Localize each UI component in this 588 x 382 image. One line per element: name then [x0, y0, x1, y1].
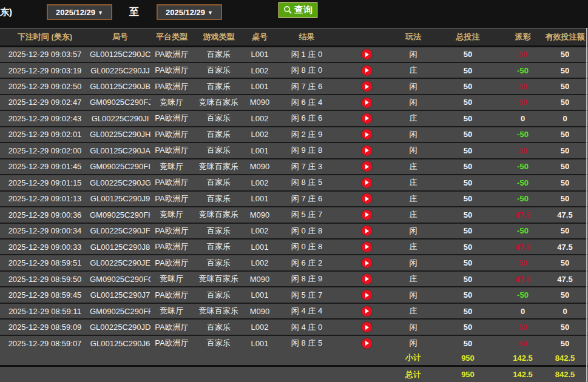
play-icon[interactable] — [362, 274, 372, 284]
cell-replay — [339, 142, 394, 158]
play-icon[interactable] — [362, 338, 372, 349]
bet-records-table: 下注时间 (美东) 局号 平台类型 游戏类型 桌号 结果 玩法 总投注 派彩 有… — [0, 28, 588, 382]
play-triangle-icon — [365, 293, 369, 298]
play-icon[interactable] — [362, 193, 372, 204]
play-triangle-icon — [365, 164, 369, 169]
cell-table-id: L001 — [245, 286, 275, 302]
play-icon[interactable] — [362, 65, 372, 76]
play-triangle-icon — [365, 148, 369, 153]
cell-round-id: GL00225C290JJ — [90, 62, 150, 78]
cell-bet-time: 2025-12-29 09:03:57 — [0, 47, 90, 62]
cell-game-type: 百家乐 — [193, 318, 245, 334]
cell-game-type: 百家乐 — [193, 110, 245, 126]
cell-replay — [339, 126, 394, 142]
cell-game-type: 百家乐 — [193, 174, 245, 190]
cell-game-type: 百家乐 — [193, 126, 245, 142]
cell-replay — [339, 62, 394, 78]
play-icon[interactable] — [362, 258, 372, 268]
cell-bet-side: 闲 — [394, 223, 432, 238]
table-row: 2025-12-29 09:02:47GM09025C290FJ竞咪厅竞咪百家乐… — [0, 94, 588, 110]
table-row: 2025-12-29 08:59:50GM09025C290FG竞咪厅竞咪百家乐… — [0, 270, 588, 286]
cell-payout: -50 — [504, 286, 542, 302]
total-payout: 142.5 — [504, 365, 542, 382]
cell-bet-side: 庄 — [394, 62, 432, 78]
cell-table-id: M090 — [245, 94, 275, 110]
cell-table-id: L002 — [245, 62, 275, 78]
play-icon[interactable] — [362, 49, 372, 59]
play-icon[interactable] — [362, 242, 372, 252]
header-valid-bet: 有效投注额 — [542, 28, 588, 47]
play-icon[interactable] — [362, 129, 372, 139]
cell-platform-type: PA欧洲厅 — [150, 62, 193, 78]
play-icon[interactable] — [362, 290, 372, 300]
subtotal-row: 小计 950 142.5 842.5 — [0, 350, 588, 365]
subtotal-valid-bet: 842.5 — [542, 350, 588, 365]
cell-round-id: GL00125C290J8 — [90, 238, 150, 254]
play-icon[interactable] — [362, 226, 372, 236]
cell-round-id: GM09025C290FI — [90, 158, 150, 174]
cell-bet-time: 2025-12-29 09:01:45 — [0, 158, 90, 174]
play-triangle-icon — [365, 261, 369, 266]
cell-platform-type: PA欧洲厅 — [150, 78, 193, 93]
cell-total-bet: 50 — [432, 142, 504, 158]
play-icon[interactable] — [362, 178, 372, 188]
cell-replay — [339, 110, 394, 126]
cell-payout: -50 — [504, 158, 542, 174]
cell-valid-bet: 50 — [542, 254, 588, 270]
cell-game-type: 百家乐 — [193, 142, 245, 158]
date-from-dropdown[interactable]: 2025/12/29▼ — [47, 4, 112, 20]
cell-table-id: L001 — [245, 238, 275, 254]
cell-platform-type: PA欧洲厅 — [150, 335, 193, 351]
cell-total-bet: 50 — [432, 126, 504, 142]
play-triangle-icon — [365, 325, 369, 330]
cell-round-id: GM09025C290FJ — [90, 94, 150, 110]
play-triangle-icon — [365, 196, 369, 201]
play-triangle-icon — [365, 244, 369, 249]
cell-payout: -50 — [504, 126, 542, 142]
cell-bet-side: 闲 — [394, 142, 432, 158]
cell-bet-side: 庄 — [394, 238, 432, 254]
cell-bet-side: 闲 — [394, 126, 432, 142]
cell-bet-time: 2025-12-29 09:00:34 — [0, 223, 90, 238]
cell-payout: -50 — [504, 174, 542, 190]
play-icon[interactable] — [362, 113, 372, 124]
subtotal-payout: 142.5 — [504, 350, 542, 365]
cell-replay — [339, 286, 394, 302]
cell-table-id: L001 — [245, 190, 275, 206]
cell-result: 闲 8 庄 5 — [275, 174, 339, 190]
date-to-value: 2025/12/29 — [166, 8, 205, 17]
cell-platform-type: PA欧洲厅 — [150, 126, 193, 142]
cell-result: 闲 7 庄 6 — [275, 78, 339, 93]
cell-round-id: GL00225C290JI — [90, 110, 150, 126]
cell-total-bet: 50 — [432, 223, 504, 238]
cell-bet-time: 2025-12-29 09:02:00 — [0, 142, 90, 158]
cell-valid-bet: 50 — [542, 190, 588, 206]
toolbar: 东) 2025/12/29▼ 至 2025/12/29▼ 查询 — [0, 0, 588, 28]
cell-game-type: 百家乐 — [193, 223, 245, 238]
play-icon[interactable] — [362, 161, 372, 172]
header-round-id: 局号 — [90, 28, 150, 47]
cell-round-id: GL00225C290JG — [90, 174, 150, 190]
play-icon[interactable] — [362, 210, 372, 220]
cell-valid-bet: 47.5 — [542, 238, 588, 254]
cell-bet-time: 2025-12-29 09:00:36 — [0, 206, 90, 222]
cell-table-id: M090 — [245, 206, 275, 222]
play-icon[interactable] — [362, 81, 372, 92]
cell-payout: 50 — [504, 78, 542, 93]
table-row: 2025-12-29 09:00:36GM09025C290FH竞咪厅竞咪百家乐… — [0, 206, 588, 222]
cell-bet-time: 2025-12-29 08:59:51 — [0, 254, 90, 270]
cell-payout: -50 — [504, 223, 542, 238]
header-replay — [339, 28, 394, 47]
cell-payout: -50 — [504, 62, 542, 78]
play-icon[interactable] — [362, 98, 372, 108]
cell-result: 闲 6 庄 4 — [275, 94, 339, 110]
cell-payout: 50 — [504, 142, 542, 158]
play-icon[interactable] — [362, 146, 372, 156]
query-button[interactable]: 查询 — [279, 2, 317, 18]
play-icon[interactable] — [362, 306, 372, 317]
play-icon[interactable] — [362, 322, 372, 332]
header-total-bet: 总投注 — [432, 28, 504, 47]
cell-bet-time: 2025-12-29 08:59:07 — [0, 335, 90, 351]
date-to-dropdown[interactable]: 2025/12/29▼ — [157, 4, 222, 20]
query-button-label: 查询 — [294, 4, 313, 16]
